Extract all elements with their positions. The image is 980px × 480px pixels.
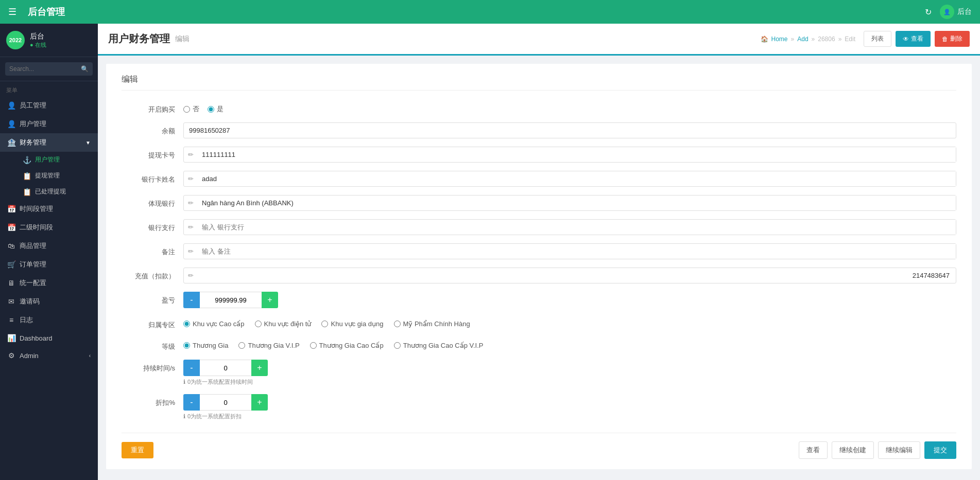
recharge-control: ✏ 2147483647 <box>183 268 956 283</box>
sidebar-item-invite[interactable]: ✉ 邀请码 <box>0 292 98 311</box>
level-label-3: Thương Gia Cao Cấp <box>319 342 384 349</box>
sidebar-item-config[interactable]: 🖥 统一配置 <box>0 274 98 292</box>
search-input[interactable] <box>5 62 93 76</box>
region-radio-4[interactable] <box>394 321 401 327</box>
page-subtitle: 编辑 <box>175 34 190 44</box>
sidebar-item-withdraw[interactable]: 📋 提现管理 <box>15 168 98 184</box>
discount-stepper: - + <box>183 394 956 411</box>
recharge-input[interactable] <box>198 268 906 283</box>
breadcrumb-home[interactable]: Home <box>771 35 788 43</box>
level-radio-4[interactable] <box>394 342 401 349</box>
form-row-bank-branch: 银行支行 ✏ <box>122 219 956 235</box>
region-khu-vuc-gia-dung[interactable]: Khu vực gia dụng <box>321 320 383 328</box>
hamburger-icon[interactable]: ☰ <box>8 6 16 17</box>
level-label-4: Thương Gia Cao Cấp V.I.P <box>403 342 484 349</box>
sidebar-item-admin[interactable]: ⚙ Admin ‹ <box>0 347 98 364</box>
edit-icon-bank[interactable]: ✏ <box>184 195 198 210</box>
profit-input[interactable] <box>200 292 262 308</box>
sidebar-item-goods[interactable]: 🛍 商品管理 <box>0 237 98 255</box>
breadcrumb-add[interactable]: Add <box>797 35 808 43</box>
sidebar-username: 后台 <box>30 32 46 41</box>
sidebar-item-order[interactable]: 🛒 订单管理 <box>0 255 98 274</box>
discount-plus-button[interactable]: + <box>251 394 268 411</box>
level-radio-1[interactable] <box>183 342 190 349</box>
edit-icon-note[interactable]: ✏ <box>184 244 198 259</box>
sidebar-item-label: 邀请码 <box>20 297 40 306</box>
region-label: 归属专区 <box>122 316 183 330</box>
open-purchase-radios: 否 是 <box>183 101 956 114</box>
level-thuong-gia-vip[interactable]: Thương Gia V.I.P <box>238 342 299 349</box>
region-khu-vuc-dien-tu[interactable]: Khu vực điện tử <box>255 320 312 328</box>
duration-hint: ℹ 0为统一系统配置持续时间 <box>183 378 956 386</box>
level-radio-3[interactable] <box>310 342 317 349</box>
continue-edit-button[interactable]: 继续编辑 <box>878 441 920 459</box>
duration-plus-button[interactable]: + <box>251 360 268 376</box>
radio-yes-input[interactable] <box>208 106 214 113</box>
level-radio-2[interactable] <box>238 342 245 349</box>
sidebar-item-label: Dashboard <box>20 334 53 342</box>
sidebar-item-user-finance[interactable]: ⚓ 用户管理 <box>15 152 98 168</box>
bank-name-input-wrap: ✏ <box>183 171 956 187</box>
sidebar-item-label: 用户管理 <box>20 119 46 129</box>
edit-icon-recharge[interactable]: ✏ <box>184 268 198 283</box>
bank-input[interactable] <box>198 195 956 210</box>
sidebar-item-time-period[interactable]: 📅 时间段管理 <box>0 200 98 218</box>
user-menu[interactable]: 👤 后台 <box>940 5 972 19</box>
edit-icon-bank-name[interactable]: ✏ <box>184 171 198 186</box>
sidebar-item-log[interactable]: ≡ 日志 <box>0 311 98 329</box>
level-thuong-gia-cao-cap[interactable]: Thương Gia Cao Cấp <box>310 342 384 349</box>
submit-button[interactable]: 提交 <box>924 441 956 459</box>
bank-name-input[interactable] <box>198 171 956 186</box>
level-thuong-gia[interactable]: Thương Gia <box>183 342 228 349</box>
card-number-input-wrap: ✏ <box>183 147 956 163</box>
duration-input[interactable] <box>200 360 251 376</box>
withdraw-icon: 📋 <box>23 172 31 180</box>
region-khu-vuc-cao-cap[interactable]: Khu vực Cao cấp <box>183 320 245 328</box>
sidebar-item-processed-withdraw[interactable]: 📋 已处理提现 <box>15 184 98 200</box>
continue-create-button[interactable]: 继续创建 <box>832 441 874 459</box>
radio-yes[interactable]: 是 <box>208 104 223 114</box>
sidebar-item-dashboard[interactable]: 📊 Dashboard <box>0 329 98 347</box>
profit-minus-button[interactable]: - <box>183 292 200 308</box>
admin-icon: ⚙ <box>7 351 15 360</box>
region-my-pham[interactable]: Mỹ Phẩm Chính Hàng <box>394 320 470 328</box>
radio-no[interactable]: 否 <box>183 104 199 114</box>
sidebar-item-label: 统一配置 <box>20 278 46 288</box>
region-radio-1[interactable] <box>183 321 190 327</box>
region-radio-3[interactable] <box>321 321 328 327</box>
level-thuong-gia-cao-cap-vip[interactable]: Thương Gia Cao Cấp V.I.P <box>394 342 484 349</box>
edit-icon-branch[interactable]: ✏ <box>184 220 198 235</box>
invite-icon: ✉ <box>7 297 15 306</box>
discount-label: 折扣% <box>122 394 183 407</box>
card-number-input[interactable] <box>198 147 956 162</box>
reset-button[interactable]: 重置 <box>122 442 153 458</box>
form-row-region: 归属专区 Khu vực Cao cấp Khu vực điện tử Khu… <box>122 316 956 330</box>
bank-branch-input[interactable] <box>198 220 956 235</box>
region-radio-2[interactable] <box>255 321 262 327</box>
sidebar-item-second-period[interactable]: 📅 二级时间段 <box>0 218 98 237</box>
profit-plus-button[interactable]: + <box>262 292 278 308</box>
note-input-wrap: ✏ <box>183 243 956 259</box>
log-icon: ≡ <box>7 316 15 324</box>
sidebar-item-label: Admin <box>20 352 39 360</box>
view-button[interactable]: 👁 查看 <box>896 31 931 47</box>
duration-minus-button[interactable]: - <box>183 360 200 376</box>
refresh-icon[interactable]: ↻ <box>925 7 932 17</box>
calendar-icon: 📅 <box>7 205 15 213</box>
discount-minus-button[interactable]: - <box>183 394 200 411</box>
radio-no-input[interactable] <box>183 106 190 113</box>
balance-input[interactable] <box>183 122 956 138</box>
region-radios: Khu vực Cao cấp Khu vực điện tử Khu vực … <box>183 316 956 328</box>
sidebar-item-user[interactable]: 👤 用户管理 <box>0 115 98 133</box>
delete-button[interactable]: 🗑 删除 <box>935 31 970 47</box>
avatar: 2022 <box>6 31 25 49</box>
note-input[interactable] <box>198 244 956 259</box>
edit-icon-card[interactable]: ✏ <box>184 147 198 162</box>
sidebar-status: ● 在线 <box>30 41 46 49</box>
list-button[interactable]: 列表 <box>864 31 891 47</box>
sidebar-item-staff[interactable]: 👤 员工管理 <box>0 96 98 115</box>
open-purchase-label: 开启购买 <box>122 101 183 114</box>
discount-input[interactable] <box>200 394 251 411</box>
sidebar-item-finance[interactable]: 🏦 财务管理 ▼ <box>0 133 98 152</box>
footer-view-button[interactable]: 查看 <box>799 441 828 459</box>
